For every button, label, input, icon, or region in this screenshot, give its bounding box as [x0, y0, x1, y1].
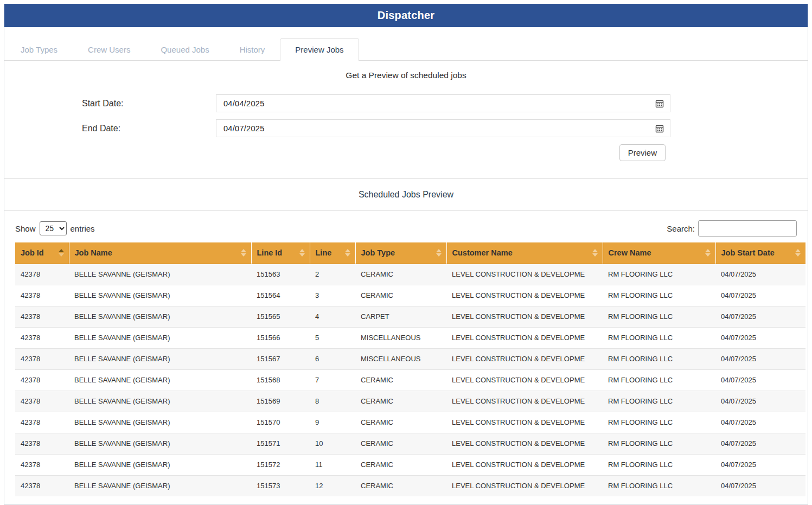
page-length-select[interactable]: 25 — [40, 221, 67, 235]
calendar-icon[interactable] — [655, 124, 664, 133]
search-input[interactable] — [698, 220, 797, 236]
page-title: Dispatcher — [378, 9, 434, 22]
cell-job-name: BELLE SAVANNE (GEISMAR) — [69, 475, 251, 496]
column-label: Job Id — [21, 248, 44, 257]
cell-line-id: 151569 — [251, 391, 310, 412]
column-header-job-start-date[interactable]: Job Start Date — [715, 242, 805, 264]
table-row[interactable]: 42378BELLE SAVANNE (GEISMAR)15157110CERA… — [15, 433, 805, 454]
cell-crew-name: RM FLOORING LLC — [603, 348, 715, 369]
column-header-line[interactable]: Line — [310, 242, 355, 264]
preview-form-heading: Get a Preview of scheduled jobs — [4, 71, 808, 82]
cell-job-type: CERAMIC — [355, 433, 446, 454]
cell-customer-name: LEVEL CONSTRUCTION & DEVELOPME — [446, 327, 603, 348]
cell-job-id: 42378 — [15, 475, 69, 496]
tab-preview-jobs[interactable]: Preview Jobs — [280, 38, 359, 61]
sort-arrows-icon — [345, 249, 350, 257]
table-row[interactable]: 42378BELLE SAVANNE (GEISMAR)1515643CERAM… — [15, 285, 805, 306]
cell-job-start-date: 04/07/2025 — [715, 433, 805, 454]
cell-customer-name: LEVEL CONSTRUCTION & DEVELOPME — [446, 454, 603, 475]
table-row[interactable]: 42378BELLE SAVANNE (GEISMAR)1515665MISCE… — [15, 327, 805, 348]
cell-job-id: 42378 — [15, 369, 69, 391]
cell-job-start-date: 04/07/2025 — [715, 454, 805, 475]
cell-customer-name: LEVEL CONSTRUCTION & DEVELOPME — [446, 264, 603, 285]
cell-customer-name: LEVEL CONSTRUCTION & DEVELOPME — [446, 475, 603, 496]
cell-line-id: 151573 — [251, 475, 310, 496]
table-row[interactable]: 42378BELLE SAVANNE (GEISMAR)1515676MISCE… — [15, 348, 805, 369]
start-date-value: 04/04/2025 — [223, 99, 265, 108]
cell-job-start-date: 04/07/2025 — [715, 348, 805, 369]
cell-job-type: CARPET — [355, 306, 446, 327]
calendar-icon[interactable] — [655, 99, 664, 108]
tab-queued-jobs[interactable]: Queued Jobs — [145, 38, 224, 61]
cell-job-start-date: 04/07/2025 — [715, 327, 805, 348]
dispatcher-window: Dispatcher Job TypesCrew UsersQueued Job… — [4, 4, 808, 505]
cell-crew-name: RM FLOORING LLC — [603, 391, 715, 412]
column-header-crew-name[interactable]: Crew Name — [603, 242, 715, 264]
end-date-input[interactable]: 04/07/2025 — [216, 119, 670, 137]
sort-arrows-icon — [795, 249, 801, 257]
column-label: Crew Name — [609, 248, 651, 257]
cell-customer-name: LEVEL CONSTRUCTION & DEVELOPME — [446, 433, 603, 454]
cell-job-type: CERAMIC — [355, 264, 446, 285]
column-header-customer-name[interactable]: Customer Name — [446, 242, 603, 264]
entries-label: entries — [71, 224, 95, 233]
end-date-value: 04/07/2025 — [223, 124, 265, 133]
cell-job-name: BELLE SAVANNE (GEISMAR) — [69, 454, 251, 475]
jobs-table-body: 42378BELLE SAVANNE (GEISMAR)1515632CERAM… — [15, 264, 805, 496]
tab-crew-users[interactable]: Crew Users — [73, 38, 145, 61]
table-row[interactable]: 42378BELLE SAVANNE (GEISMAR)1515709CERAM… — [15, 412, 805, 433]
cell-crew-name: RM FLOORING LLC — [603, 306, 715, 327]
sort-arrows-icon — [241, 249, 246, 257]
cell-crew-name: RM FLOORING LLC — [603, 433, 715, 454]
column-header-job-name[interactable]: Job Name — [69, 242, 251, 264]
table-row[interactable]: 42378BELLE SAVANNE (GEISMAR)1515654CARPE… — [15, 306, 805, 327]
show-label: Show — [15, 224, 36, 233]
results-heading-section: Scheduled Jobs Preview — [4, 178, 808, 211]
cell-job-name: BELLE SAVANNE (GEISMAR) — [69, 348, 251, 369]
cell-line: 7 — [310, 369, 355, 391]
cell-crew-name: RM FLOORING LLC — [603, 412, 715, 433]
column-header-job-type[interactable]: Job Type — [355, 242, 446, 264]
table-row[interactable]: 42378BELLE SAVANNE (GEISMAR)1515687CERAM… — [15, 369, 805, 391]
cell-job-name: BELLE SAVANNE (GEISMAR) — [69, 369, 251, 391]
column-label: Line Id — [257, 248, 283, 257]
cell-crew-name: RM FLOORING LLC — [603, 454, 715, 475]
tab-job-types[interactable]: Job Types — [5, 38, 73, 61]
start-date-input[interactable]: 04/04/2025 — [216, 94, 670, 112]
cell-crew-name: RM FLOORING LLC — [603, 475, 715, 496]
cell-job-name: BELLE SAVANNE (GEISMAR) — [69, 264, 251, 285]
cell-job-name: BELLE SAVANNE (GEISMAR) — [69, 391, 251, 412]
cell-job-id: 42378 — [15, 433, 69, 454]
cell-job-id: 42378 — [15, 454, 69, 475]
cell-job-type: MISCELLANEOUS — [355, 327, 446, 348]
title-bar: Dispatcher — [4, 4, 808, 27]
tab-history[interactable]: History — [225, 38, 280, 61]
column-header-job-id[interactable]: Job Id — [15, 242, 69, 264]
cell-job-id: 42378 — [15, 327, 69, 348]
cell-line: 12 — [310, 475, 355, 496]
table-row[interactable]: 42378BELLE SAVANNE (GEISMAR)15157312CERA… — [15, 475, 805, 496]
table-row[interactable]: 42378BELLE SAVANNE (GEISMAR)15157211CERA… — [15, 454, 805, 475]
cell-customer-name: LEVEL CONSTRUCTION & DEVELOPME — [446, 412, 603, 433]
preview-button-row: Preview — [4, 144, 666, 161]
column-header-line-id[interactable]: Line Id — [251, 242, 310, 264]
table-row[interactable]: 42378BELLE SAVANNE (GEISMAR)1515632CERAM… — [15, 264, 805, 285]
cell-crew-name: RM FLOORING LLC — [603, 264, 715, 285]
preview-button[interactable]: Preview — [619, 144, 666, 161]
cell-job-start-date: 04/07/2025 — [715, 369, 805, 391]
search-label: Search: — [667, 224, 695, 233]
cell-job-id: 42378 — [15, 264, 69, 285]
cell-line-id: 151563 — [251, 264, 310, 285]
cell-line-id: 151567 — [251, 348, 310, 369]
cell-job-start-date: 04/07/2025 — [715, 306, 805, 327]
scheduled-jobs-table: Job IdJob NameLine IdLineJob TypeCustome… — [15, 242, 805, 496]
cell-line: 8 — [310, 391, 355, 412]
column-label: Job Start Date — [721, 248, 775, 257]
table-row[interactable]: 42378BELLE SAVANNE (GEISMAR)1515698CERAM… — [15, 391, 805, 412]
column-label: Customer Name — [452, 248, 513, 257]
sort-arrows-icon — [436, 249, 442, 257]
end-date-label: End Date: — [82, 124, 216, 133]
cell-job-name: BELLE SAVANNE (GEISMAR) — [69, 306, 251, 327]
cell-customer-name: LEVEL CONSTRUCTION & DEVELOPME — [446, 369, 603, 391]
cell-line: 5 — [310, 327, 355, 348]
